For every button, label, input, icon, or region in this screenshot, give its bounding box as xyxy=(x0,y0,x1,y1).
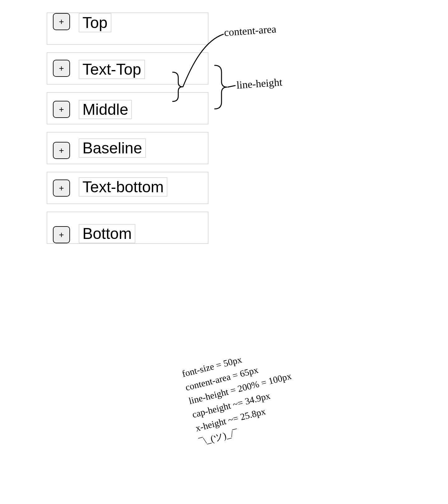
brace-line-height-icon xyxy=(215,65,227,109)
examples-stack: + Top + Text-Top + Middle + Baseline + T… xyxy=(47,12,208,251)
row-label: Middle xyxy=(79,100,132,119)
row-label: Text-Top xyxy=(79,60,145,79)
row-text-top: + Text-Top xyxy=(47,52,208,85)
plus-button[interactable]: + xyxy=(53,142,70,159)
row-label: Baseline xyxy=(79,138,146,158)
metrics-note: font-size = 50px content-area = 65px lin… xyxy=(180,342,303,449)
row-label: Bottom xyxy=(79,224,135,243)
row-label: Text-bottom xyxy=(79,177,167,197)
plus-button[interactable]: + xyxy=(53,13,70,30)
pointer-line-height-icon xyxy=(228,86,235,87)
plus-button[interactable]: + xyxy=(53,60,70,77)
plus-button[interactable]: + xyxy=(53,226,70,243)
diagram-root: + Top + Text-Top + Middle + Baseline + T… xyxy=(0,0,448,504)
callout-content-area: content-area xyxy=(224,23,277,39)
row-baseline: + Baseline xyxy=(47,132,208,164)
row-text-bottom: + Text-bottom xyxy=(47,172,208,204)
plus-button[interactable]: + xyxy=(53,180,70,197)
row-label: Top xyxy=(79,13,111,32)
row-bottom: + Bottom xyxy=(47,212,208,244)
plus-button[interactable]: + xyxy=(53,101,70,118)
row-top: + Top xyxy=(47,12,208,45)
row-middle: + Middle xyxy=(47,92,208,124)
callout-line-height: line-height xyxy=(236,76,283,91)
